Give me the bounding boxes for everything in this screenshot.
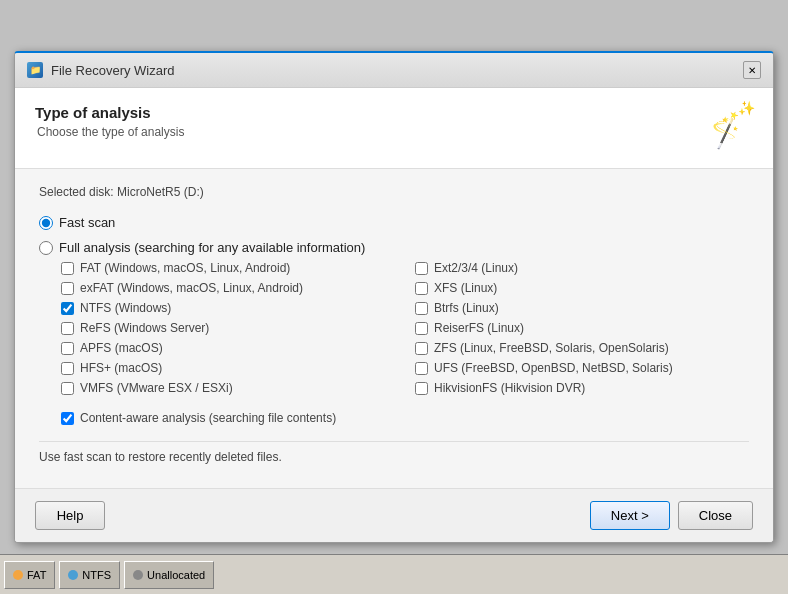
fs-checkbox-hfsplus[interactable] <box>61 362 74 375</box>
fs-label-apfs: APFS (macOS) <box>80 341 163 355</box>
title-bar: 📁 File Recovery Wizard ✕ <box>15 53 773 88</box>
selected-disk-label: Selected disk: MicroNetR5 (D:) <box>39 185 749 199</box>
header-title: Type of analysis <box>35 104 184 121</box>
next-button[interactable]: Next > <box>590 501 670 530</box>
fs-item-ntfs: NTFS (Windows) <box>61 301 395 315</box>
fs-item-ext234: Ext2/3/4 (Linux) <box>415 261 749 275</box>
fs-item-fat: FAT (Windows, macOS, Linux, Android) <box>61 261 395 275</box>
fs-checkbox-ufs[interactable] <box>415 362 428 375</box>
content-aware-checkbox[interactable] <box>61 412 74 425</box>
dialog-overlay: 📁 File Recovery Wizard ✕ Type of analysi… <box>0 0 788 594</box>
header-subtitle: Choose the type of analysis <box>37 125 184 139</box>
window-icon: 📁 <box>27 62 43 78</box>
fs-label-zfs: ZFS (Linux, FreeBSD, Solaris, OpenSolari… <box>434 341 669 355</box>
fs-checkbox-refs[interactable] <box>61 322 74 335</box>
title-bar-left: 📁 File Recovery Wizard <box>27 62 175 78</box>
fs-checkbox-xfs[interactable] <box>415 282 428 295</box>
fs-item-refs: ReFS (Windows Server) <box>61 321 395 335</box>
stars-icon: ✨ <box>738 100 755 116</box>
fs-label-refs: ReFS (Windows Server) <box>80 321 209 335</box>
analysis-radio-group: Fast scan Full analysis (searching for a… <box>39 215 749 395</box>
fs-checkbox-ext234[interactable] <box>415 262 428 275</box>
fs-label-vmfs: VMFS (VMware ESX / ESXi) <box>80 381 233 395</box>
fs-label-hikvision: HikvisionFS (Hikvision DVR) <box>434 381 585 395</box>
fs-checkbox-fat[interactable] <box>61 262 74 275</box>
content-aware-label: Content-aware analysis (searching file c… <box>80 411 336 425</box>
fs-label-xfs: XFS (Linux) <box>434 281 497 295</box>
fs-checkbox-reiserfs[interactable] <box>415 322 428 335</box>
fs-label-btrfs: Btrfs (Linux) <box>434 301 499 315</box>
fast-scan-radio[interactable] <box>39 216 53 230</box>
fs-checkbox-exfat[interactable] <box>61 282 74 295</box>
file-recovery-dialog: 📁 File Recovery Wizard ✕ Type of analysi… <box>14 51 774 543</box>
fs-label-exfat: exFAT (Windows, macOS, Linux, Android) <box>80 281 303 295</box>
close-window-button[interactable]: ✕ <box>743 61 761 79</box>
full-analysis-option[interactable]: Full analysis (searching for any availab… <box>39 240 749 255</box>
fs-item-btrfs: Btrfs (Linux) <box>415 301 749 315</box>
filesystem-grid: FAT (Windows, macOS, Linux, Android) exF… <box>61 261 749 395</box>
fs-item-hikvision: HikvisionFS (Hikvision DVR) <box>415 381 749 395</box>
fs-item-exfat: exFAT (Windows, macOS, Linux, Android) <box>61 281 395 295</box>
fs-label-ext234: Ext2/3/4 (Linux) <box>434 261 518 275</box>
content-section: Selected disk: MicroNetR5 (D:) Fast scan… <box>15 169 773 488</box>
header-section: Type of analysis Choose the type of anal… <box>15 88 773 169</box>
info-text: Use fast scan to restore recently delete… <box>39 441 749 472</box>
close-button[interactable]: Close <box>678 501 753 530</box>
fs-checkbox-vmfs[interactable] <box>61 382 74 395</box>
fs-item-hfsplus: HFS+ (macOS) <box>61 361 395 375</box>
filesystem-left-col: FAT (Windows, macOS, Linux, Android) exF… <box>61 261 395 395</box>
filesystem-right-col: Ext2/3/4 (Linux) XFS (Linux) Btrfs (Linu… <box>415 261 749 395</box>
window-title: File Recovery Wizard <box>51 63 175 78</box>
fs-checkbox-btrfs[interactable] <box>415 302 428 315</box>
full-analysis-label: Full analysis (searching for any availab… <box>59 240 365 255</box>
wizard-icon-container: 🪄 ✨ <box>701 104 753 156</box>
dialog-footer: Help Next > Close <box>15 488 773 542</box>
full-analysis-radio[interactable] <box>39 241 53 255</box>
fs-item-xfs: XFS (Linux) <box>415 281 749 295</box>
fast-scan-option[interactable]: Fast scan <box>39 215 749 230</box>
fs-checkbox-ntfs[interactable] <box>61 302 74 315</box>
fs-label-fat: FAT (Windows, macOS, Linux, Android) <box>80 261 290 275</box>
content-aware-section: Content-aware analysis (searching file c… <box>61 411 749 425</box>
footer-right-buttons: Next > Close <box>590 501 753 530</box>
fs-checkbox-hikvision[interactable] <box>415 382 428 395</box>
fast-scan-label: Fast scan <box>59 215 115 230</box>
fs-label-hfsplus: HFS+ (macOS) <box>80 361 162 375</box>
fs-item-ufs: UFS (FreeBSD, OpenBSD, NetBSD, Solaris) <box>415 361 749 375</box>
fs-item-vmfs: VMFS (VMware ESX / ESXi) <box>61 381 395 395</box>
fs-item-reiserfs: ReiserFS (Linux) <box>415 321 749 335</box>
fs-checkbox-apfs[interactable] <box>61 342 74 355</box>
full-analysis-section: Full analysis (searching for any availab… <box>39 240 749 395</box>
help-button[interactable]: Help <box>35 501 105 530</box>
fs-checkbox-zfs[interactable] <box>415 342 428 355</box>
fs-item-apfs: APFS (macOS) <box>61 341 395 355</box>
fs-label-ufs: UFS (FreeBSD, OpenBSD, NetBSD, Solaris) <box>434 361 673 375</box>
header-text: Type of analysis Choose the type of anal… <box>35 104 184 139</box>
fs-item-zfs: ZFS (Linux, FreeBSD, Solaris, OpenSolari… <box>415 341 749 355</box>
fs-label-reiserfs: ReiserFS (Linux) <box>434 321 524 335</box>
title-bar-buttons: ✕ <box>743 61 761 79</box>
fs-label-ntfs: NTFS (Windows) <box>80 301 171 315</box>
